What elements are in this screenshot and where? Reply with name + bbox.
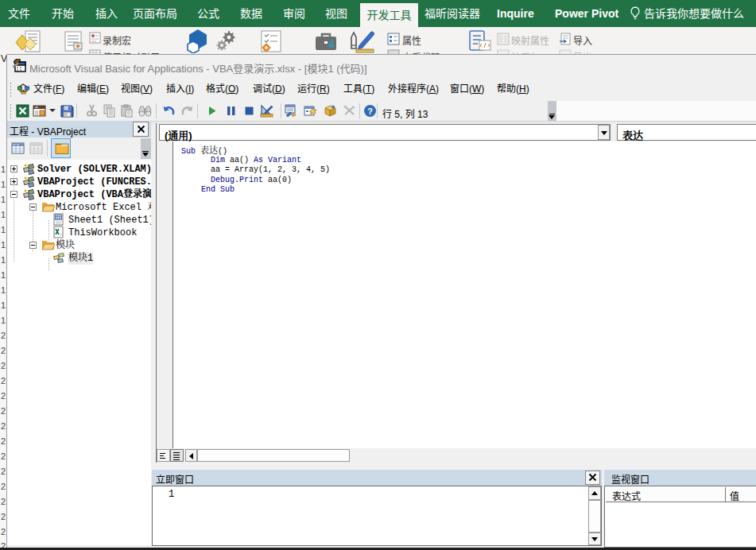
svg-text:?: ? [367, 107, 373, 116]
